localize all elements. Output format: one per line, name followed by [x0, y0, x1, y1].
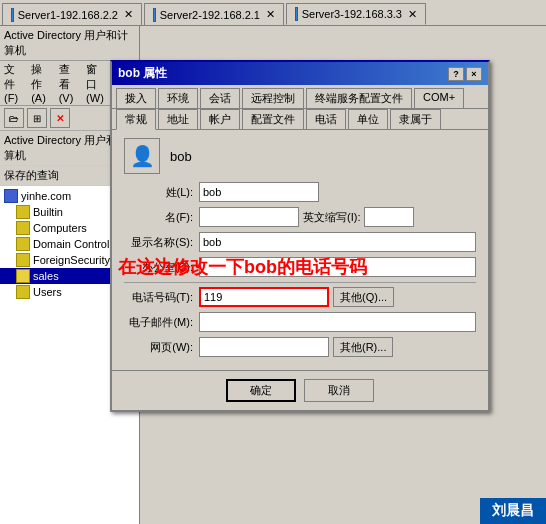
dialog-tabs-2: 常规 地址 帐户 配置文件 电话 单位 隶属于: [112, 109, 488, 130]
display-name-row: 显示名称(S):: [124, 232, 476, 252]
folder-icon-users: [16, 285, 30, 299]
menu-action[interactable]: 操作(A): [31, 62, 50, 104]
bob-properties-dialog: bob 属性 ? × 拨入 环境 会话 远程控制 终端服务配置文件 COM+ 常…: [110, 60, 490, 412]
close-button[interactable]: ×: [466, 67, 482, 81]
tab-server1[interactable]: Server1-192.168.2.2 ✕: [2, 3, 142, 25]
email-row: 电子邮件(M):: [124, 312, 476, 332]
dialog-tabs: 拨入 环境 会话 远程控制 终端服务配置文件 COM+: [112, 85, 488, 109]
display-name-input[interactable]: [199, 232, 476, 252]
folder-icon-builtin: [16, 205, 30, 219]
tab-icon-server1: [11, 8, 14, 22]
dialog-titlebar: bob 属性 ? ×: [112, 62, 488, 85]
toolbar-btn-3[interactable]: ✕: [50, 108, 70, 128]
domain-icon: [4, 189, 18, 203]
tab-close-server3[interactable]: ✕: [408, 8, 417, 21]
toolbar-btn-2[interactable]: ⊞: [27, 108, 47, 128]
menu-window[interactable]: 窗口(W): [86, 62, 107, 104]
phone-label: 电话号码(T):: [124, 290, 199, 305]
separator-1: [124, 282, 476, 283]
tab-bar: Server1-192.168.2.2 ✕ Server2-192.168.2.…: [0, 0, 546, 26]
tab-icon-server2: [153, 8, 156, 22]
initials-label: 英文缩写(I):: [303, 210, 360, 225]
dialog-title: bob 属性: [118, 65, 167, 82]
ok-button[interactable]: 确定: [226, 379, 296, 402]
tab-environment[interactable]: 环境: [158, 88, 198, 108]
cancel-button[interactable]: 取消: [304, 379, 374, 402]
tab-terminal[interactable]: 终端服务配置文件: [306, 88, 412, 108]
first-name-row: 名(F): 英文缩写(I):: [124, 207, 476, 227]
last-name-input[interactable]: [199, 182, 319, 202]
tab-dialin[interactable]: 拨入: [116, 88, 156, 108]
office-input[interactable]: [199, 257, 476, 277]
last-name-row: 姓(L):: [124, 182, 476, 202]
tab-session[interactable]: 会话: [200, 88, 240, 108]
webpage-label: 网页(W):: [124, 340, 199, 355]
dialog-content: 👤 bob 姓(L): 名(F): 英文缩写(I): 显示名称(S): 办公室(…: [112, 130, 488, 370]
tab-phone[interactable]: 电话: [306, 109, 346, 129]
tab-close-server2[interactable]: ✕: [266, 8, 275, 21]
menu-view[interactable]: 查看(V): [59, 62, 78, 104]
last-name-label: 姓(L):: [124, 185, 199, 200]
webpage-row: 网页(W): 其他(R)...: [124, 337, 476, 357]
toolbar-btn-1[interactable]: 🗁: [4, 108, 24, 128]
tab-remote-control[interactable]: 远程控制: [242, 88, 304, 108]
menu-file[interactable]: 文件(F): [4, 62, 23, 104]
tab-address[interactable]: 地址: [158, 109, 198, 129]
office-label: 办公室(C):: [124, 260, 199, 275]
tab-icon-server3: [295, 7, 298, 21]
webpage-input[interactable]: [199, 337, 329, 357]
first-name-label: 名(F):: [124, 210, 199, 225]
phone-row: 电话号码(T): 其他(Q)...: [124, 287, 476, 307]
phone-input[interactable]: [199, 287, 329, 307]
bottom-label: 刘晨昌: [480, 498, 546, 524]
tab-general[interactable]: 常规: [116, 109, 156, 130]
folder-icon-computers: [16, 221, 30, 235]
tab-unit[interactable]: 单位: [348, 109, 388, 129]
first-name-input[interactable]: [199, 207, 299, 227]
user-header: 👤 bob: [124, 138, 476, 174]
dialog-footer: 确定 取消: [112, 370, 488, 410]
display-name-label: 显示名称(S):: [124, 235, 199, 250]
tab-server3[interactable]: Server3-192.168.3.3 ✕: [286, 3, 426, 25]
tab-profile[interactable]: 配置文件: [242, 109, 304, 129]
email-label: 电子邮件(M):: [124, 315, 199, 330]
tab-close-server1[interactable]: ✕: [124, 8, 133, 21]
help-button[interactable]: ?: [448, 67, 464, 81]
titlebar-buttons: ? ×: [448, 67, 482, 81]
email-input[interactable]: [199, 312, 476, 332]
initials-input[interactable]: [364, 207, 414, 227]
sidebar-title-bar: Active Directory 用户和计算机: [0, 26, 139, 61]
user-avatar: 👤: [124, 138, 160, 174]
office-row: 办公室(C):: [124, 257, 476, 277]
tab-server2[interactable]: Server2-192.168.2.1 ✕: [144, 3, 284, 25]
tab-com[interactable]: COM+: [414, 88, 464, 108]
phone-other-button[interactable]: 其他(Q)...: [333, 287, 394, 307]
folder-icon-foreign: [16, 253, 30, 267]
user-name-label: bob: [170, 149, 192, 164]
webpage-other-button[interactable]: 其他(R)...: [333, 337, 393, 357]
folder-icon-dc: [16, 237, 30, 251]
tab-account[interactable]: 帐户: [200, 109, 240, 129]
folder-icon-sales: [16, 269, 30, 283]
tab-member-of[interactable]: 隶属于: [390, 109, 441, 129]
